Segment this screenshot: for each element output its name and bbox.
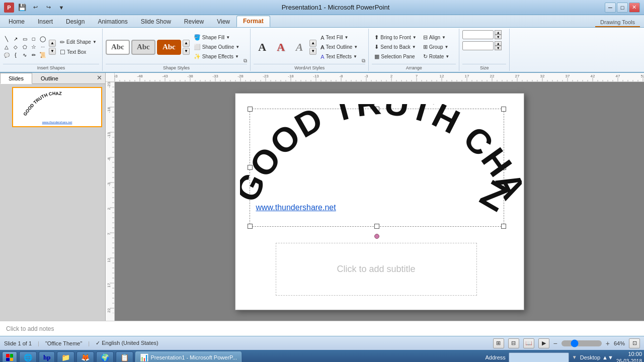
shape-rect[interactable]: ▭ bbox=[21, 36, 28, 43]
tab-insert[interactable]: Insert bbox=[31, 16, 59, 27]
width-input[interactable]: 7.68 cm bbox=[462, 30, 494, 39]
tab-view[interactable]: View bbox=[210, 16, 236, 27]
shape-style-3[interactable]: Abc bbox=[157, 40, 181, 55]
panel-close-button[interactable]: ✕ bbox=[94, 73, 105, 83]
height-input[interactable]: 21.59 cm bbox=[462, 41, 494, 50]
handle-tr[interactable] bbox=[501, 107, 506, 112]
zoom-slider[interactable] bbox=[561, 340, 602, 346]
shape-styles-scroll-up[interactable]: ▲ bbox=[183, 40, 190, 47]
slide-viewport[interactable]: GOOD TRUTH CHA Z www.thundershare.net Cl… bbox=[115, 82, 644, 321]
height-spin-down[interactable]: ▼ bbox=[495, 46, 502, 50]
rotate-button[interactable]: ↻ Rotate ▼ bbox=[421, 52, 452, 61]
shape-curve[interactable]: ∿ bbox=[21, 52, 28, 59]
wordart-style-1[interactable]: A bbox=[254, 40, 271, 55]
chrome-icon[interactable]: 🌍 bbox=[96, 351, 114, 362]
qat-undo[interactable]: ↩ bbox=[30, 3, 40, 12]
view-reading-btn[interactable]: 📖 bbox=[523, 338, 534, 348]
shape-brace[interactable]: { bbox=[12, 52, 19, 59]
ie-icon[interactable]: 🌐 bbox=[19, 351, 37, 362]
qat-redo[interactable]: ↪ bbox=[43, 3, 53, 12]
shape-callout[interactable]: 💬 bbox=[3, 52, 10, 59]
subtitle-box[interactable]: Click to add subtitle bbox=[276, 243, 477, 296]
text-outline-button[interactable]: A Text Outline ▼ bbox=[318, 43, 360, 52]
handle-bl[interactable] bbox=[248, 224, 253, 229]
bring-front-button[interactable]: ⬆ Bring to Front ▼ bbox=[372, 33, 419, 42]
handle-tl[interactable] bbox=[248, 107, 253, 112]
start-button[interactable] bbox=[2, 351, 17, 362]
folder-icon[interactable]: 📁 bbox=[57, 351, 74, 362]
zoom-in-btn[interactable]: + bbox=[606, 339, 610, 347]
tab-home[interactable]: Home bbox=[2, 16, 31, 27]
group-button[interactable]: ⊞ Group ▼ bbox=[421, 43, 452, 52]
qat-dropdown[interactable]: ▼ bbox=[56, 3, 66, 12]
powerpoint-taskbar[interactable]: 📊 Presentation1 - Microsoft PowerP... bbox=[135, 351, 242, 362]
selection-pane-button[interactable]: ▦ Selection Pane bbox=[372, 52, 419, 61]
send-back-button[interactable]: ⬇ Send to Back ▼ bbox=[372, 43, 419, 52]
tab-review[interactable]: Review bbox=[178, 16, 210, 27]
firefox-icon[interactable]: 🦊 bbox=[76, 351, 94, 362]
files-icon[interactable]: 📋 bbox=[116, 351, 133, 362]
slide-thumbnail[interactable]: GOOD TRUTH CHAZ www.thundershare.net bbox=[12, 87, 102, 127]
align-button[interactable]: ⊟ Align ▼ bbox=[421, 33, 452, 42]
wordart-style-2[interactable]: A bbox=[272, 40, 289, 55]
handle-ml[interactable] bbox=[248, 165, 253, 170]
tab-design[interactable]: Design bbox=[59, 16, 91, 27]
handle-mr[interactable] bbox=[501, 165, 506, 170]
zoom-out-btn[interactable]: − bbox=[553, 339, 557, 347]
shape-ellipse[interactable]: ◯ bbox=[39, 36, 46, 43]
tab-slideshow[interactable]: Slide Show bbox=[134, 16, 178, 27]
minimize-button[interactable]: ─ bbox=[605, 3, 616, 13]
shape-star[interactable]: ☆ bbox=[30, 44, 37, 51]
handle-br[interactable] bbox=[501, 224, 506, 229]
view-slideshow-btn[interactable]: ▶ bbox=[538, 338, 549, 348]
tab-animations[interactable]: Animations bbox=[91, 16, 134, 27]
handle-tc[interactable] bbox=[374, 107, 379, 112]
wordart-scroll-up[interactable]: ▲ bbox=[309, 40, 316, 47]
shape-style-2[interactable]: Abc bbox=[131, 40, 155, 55]
shape-diamond[interactable]: ◇ bbox=[12, 44, 19, 51]
shape-freeform[interactable]: ✏ bbox=[30, 52, 37, 59]
shape-styles-scroll-down[interactable]: ▼ bbox=[183, 48, 190, 55]
selected-textbox[interactable]: GOOD TRUTH CHA Z www.thundershare.net bbox=[250, 109, 504, 227]
width-spin-up[interactable]: ▲ bbox=[495, 30, 502, 35]
shape-round-rect[interactable]: ▢ bbox=[30, 36, 37, 43]
slides-tab[interactable]: Slides bbox=[0, 73, 32, 84]
hp-icon[interactable]: hp bbox=[39, 351, 55, 362]
edit-shape-button[interactable]: ✏ Edit Shape ▼ bbox=[57, 38, 99, 47]
close-button[interactable]: ✕ bbox=[629, 3, 640, 13]
qat-save[interactable]: 💾 bbox=[17, 3, 27, 12]
shape-scroll-down[interactable]: ▼ bbox=[49, 48, 56, 55]
maximize-button[interactable]: □ bbox=[617, 3, 628, 13]
text-fill-button[interactable]: A Text Fill ▼ bbox=[318, 33, 360, 42]
shape-line[interactable]: ╲ bbox=[3, 36, 10, 43]
wordart-style-3[interactable]: A bbox=[291, 40, 308, 55]
shape-fill-button[interactable]: 🪣 Shape Fill ▼ bbox=[191, 33, 242, 42]
handle-bc[interactable] bbox=[374, 224, 379, 229]
shape-triangle[interactable]: △ bbox=[3, 44, 10, 51]
view-slide-sorter-btn[interactable]: ⊟ bbox=[508, 338, 519, 348]
show-desktop-btn[interactable]: ▲▼ bbox=[602, 354, 613, 360]
shape-scroll-up[interactable]: ▲ bbox=[49, 40, 56, 47]
address-bar[interactable] bbox=[509, 352, 569, 362]
shape-styles-expand[interactable]: ⧉ bbox=[244, 58, 247, 64]
shape-effects-button[interactable]: ✨ Shape Effects ▼ bbox=[191, 52, 242, 61]
width-spin-down[interactable]: ▼ bbox=[495, 35, 502, 39]
shape-arrow[interactable]: ↗ bbox=[12, 36, 19, 43]
outline-tab[interactable]: Outline bbox=[32, 73, 67, 83]
shape-pentagon[interactable]: ⬠ bbox=[21, 44, 28, 51]
shape-style-1[interactable]: Abc bbox=[106, 40, 130, 55]
shape-scroll[interactable]: 📜 bbox=[39, 52, 46, 59]
height-spin-up[interactable]: ▲ bbox=[495, 41, 502, 46]
notes-bar[interactable]: Click to add notes bbox=[0, 321, 644, 336]
view-normal-btn[interactable]: ⊞ bbox=[493, 338, 504, 348]
shape-outline-button[interactable]: ⬜ Shape Outline ▼ bbox=[191, 43, 242, 52]
wordart-scroll-down[interactable]: ▼ bbox=[309, 48, 316, 55]
shape-more[interactable]: ⋯ bbox=[39, 44, 46, 51]
text-effects-button[interactable]: A Text Effects ▼ bbox=[318, 52, 360, 61]
address-go[interactable]: ▼ bbox=[572, 354, 577, 360]
text-box-button[interactable]: ☐ Text Box bbox=[57, 48, 99, 57]
handle-rotate[interactable] bbox=[374, 234, 379, 239]
wordart-expand[interactable]: ⧉ bbox=[362, 58, 365, 64]
tab-format[interactable]: Format bbox=[236, 16, 270, 27]
zoom-fit-btn[interactable]: ⊡ bbox=[629, 338, 640, 348]
